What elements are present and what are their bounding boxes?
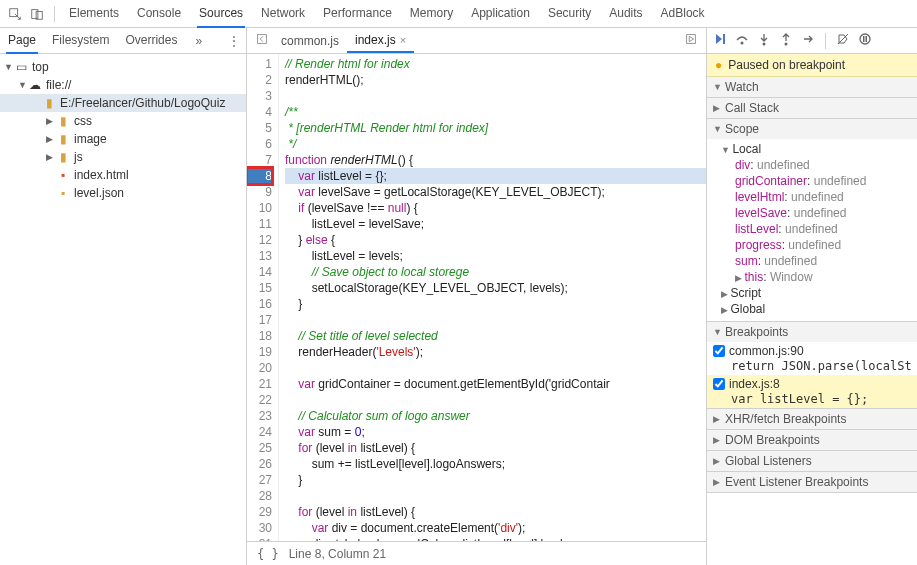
code-editor[interactable]: 1234567891011121314151617181920212223242…	[247, 54, 706, 541]
nav-back-icon[interactable]	[253, 32, 271, 49]
code-line-14[interactable]: // Save object to local storege	[285, 264, 706, 280]
code-line-15[interactable]: setLocalStorage(KEY_LEVEL_OBJECT, levels…	[285, 280, 706, 296]
step-over-icon[interactable]	[735, 32, 749, 49]
code-line-5[interactable]: * [renderHTML Render html for index]	[285, 120, 706, 136]
scope-global[interactable]: ▶ Global	[721, 301, 917, 317]
code-line-12[interactable]: } else {	[285, 232, 706, 248]
editor-tabs: common.jsindex.js ×	[247, 28, 706, 54]
subtab-overrides[interactable]: Overrides	[123, 28, 179, 54]
tree-folder-css[interactable]: ▶▮css	[0, 112, 246, 130]
event-listener-bp-section[interactable]: ▶Event Listener Breakpoints	[707, 472, 917, 492]
code-line-30[interactable]: var div = document.createElement('div');	[285, 520, 706, 536]
breakpoints-section[interactable]: ▼Breakpoints	[707, 322, 917, 342]
scope-var-listLevel[interactable]: listLevel: undefined	[721, 221, 917, 237]
tree-top[interactable]: ▼▭top	[0, 58, 246, 76]
bp-common-js-90[interactable]: common.js:90return JSON.parse(localStora…	[707, 342, 917, 375]
code-line-13[interactable]: listLevel = levels;	[285, 248, 706, 264]
code-line-26[interactable]: sum += listLevel[level].logoAnswers;	[285, 456, 706, 472]
scope-var-div[interactable]: div: undefined	[721, 157, 917, 173]
step-out-icon[interactable]	[779, 32, 793, 49]
bp-checkbox[interactable]	[713, 345, 725, 357]
navigator-menu-icon[interactable]: ⋮	[228, 34, 240, 48]
code-line-19[interactable]: renderHeader('Levels');	[285, 344, 706, 360]
code-line-1[interactable]: // Render html for index	[285, 56, 706, 72]
code-line-4[interactable]: /**	[285, 104, 706, 120]
device-icon[interactable]	[28, 5, 46, 23]
tab-memory[interactable]: Memory	[408, 0, 455, 28]
code-line-11[interactable]: listLevel = levelSave;	[285, 216, 706, 232]
tab-network[interactable]: Network	[259, 0, 307, 28]
svg-rect-5	[723, 34, 725, 44]
step-icon[interactable]	[801, 32, 815, 49]
scope-var-gridContainer[interactable]: gridContainer: undefined	[721, 173, 917, 189]
pause-message: Paused on breakpoint	[728, 58, 845, 72]
code-line-8[interactable]: var listLevel = {};	[285, 168, 706, 184]
code-line-28[interactable]	[285, 488, 706, 504]
code-line-24[interactable]: var sum = 0;	[285, 424, 706, 440]
pause-exceptions-icon[interactable]	[858, 32, 872, 49]
scope-local[interactable]: ▼ Local	[721, 141, 917, 157]
dom-bp-section[interactable]: ▶DOM Breakpoints	[707, 430, 917, 450]
code-line-27[interactable]: }	[285, 472, 706, 488]
editor-tab-common-js[interactable]: common.js	[273, 29, 347, 53]
scope-var-sum[interactable]: sum: undefined	[721, 253, 917, 269]
code-line-2[interactable]: renderHTML();	[285, 72, 706, 88]
code-line-9[interactable]: var levelSave = getLocalStorage(KEY_LEVE…	[285, 184, 706, 200]
tree-file-level-json[interactable]: ▪level.json	[0, 184, 246, 202]
code-line-16[interactable]: }	[285, 296, 706, 312]
resume-icon[interactable]	[713, 32, 727, 49]
watch-section[interactable]: ▼Watch	[707, 77, 917, 97]
scope-var-progress[interactable]: progress: undefined	[721, 237, 917, 253]
more-tabs-icon[interactable]: »	[195, 34, 202, 48]
code-line-18[interactable]: // Set title of level selected	[285, 328, 706, 344]
main-tabs: ElementsConsoleSourcesNetworkPerformance…	[67, 0, 707, 28]
code-line-21[interactable]: var gridContainer = document.getElementB…	[285, 376, 706, 392]
editor-tab-index-js[interactable]: index.js ×	[347, 29, 414, 53]
tree-path[interactable]: ▮E:/Freelancer/Github/LogoQuiz	[0, 94, 246, 112]
subtab-page[interactable]: Page	[6, 28, 38, 54]
bp-index-js-8[interactable]: index.js:8var listLevel = {};	[707, 375, 917, 408]
code-line-25[interactable]: for (level in listLevel) {	[285, 440, 706, 456]
scope-var-this[interactable]: ▶ this: Window	[721, 269, 917, 285]
scope-var-levelHtml[interactable]: levelHtml: undefined	[721, 189, 917, 205]
tab-performance[interactable]: Performance	[321, 0, 394, 28]
tab-elements[interactable]: Elements	[67, 0, 121, 28]
code-line-29[interactable]: for (level in listLevel) {	[285, 504, 706, 520]
code-line-22[interactable]	[285, 392, 706, 408]
pretty-print-icon[interactable]: { }	[257, 547, 279, 561]
scope-section[interactable]: ▼Scope	[707, 119, 917, 139]
tab-security[interactable]: Security	[546, 0, 593, 28]
global-listeners-section[interactable]: ▶Global Listeners	[707, 451, 917, 471]
code-line-17[interactable]	[285, 312, 706, 328]
bp-checkbox[interactable]	[713, 378, 725, 390]
navigator-tabs: PageFilesystemOverrides » ⋮	[0, 28, 246, 54]
code-line-20[interactable]	[285, 360, 706, 376]
svg-point-7	[763, 43, 766, 46]
subtab-filesystem[interactable]: Filesystem	[50, 28, 111, 54]
run-snippet-icon[interactable]	[682, 32, 700, 49]
close-icon[interactable]: ×	[400, 34, 406, 46]
tab-adblock[interactable]: AdBlock	[659, 0, 707, 28]
tree-folder-image[interactable]: ▶▮image	[0, 130, 246, 148]
scope-var-levelSave[interactable]: levelSave: undefined	[721, 205, 917, 221]
tree-folder-js[interactable]: ▶▮js	[0, 148, 246, 166]
inspect-icon[interactable]	[6, 5, 24, 23]
svg-point-6	[741, 42, 744, 45]
code-line-7[interactable]: function renderHTML() {	[285, 152, 706, 168]
xhr-bp-section[interactable]: ▶XHR/fetch Breakpoints	[707, 409, 917, 429]
code-line-3[interactable]	[285, 88, 706, 104]
scope-script[interactable]: ▶ Script	[721, 285, 917, 301]
code-line-6[interactable]: */	[285, 136, 706, 152]
deactivate-bp-icon[interactable]	[836, 32, 850, 49]
code-line-23[interactable]: // Calculator sum of logo answer	[285, 408, 706, 424]
tab-audits[interactable]: Audits	[607, 0, 644, 28]
editor-panel: common.jsindex.js × 12345678910111213141…	[247, 28, 707, 565]
callstack-section[interactable]: ▶Call Stack	[707, 98, 917, 118]
tab-console[interactable]: Console	[135, 0, 183, 28]
tab-sources[interactable]: Sources	[197, 0, 245, 28]
tree-file-index-html[interactable]: ▪index.html	[0, 166, 246, 184]
code-line-10[interactable]: if (levelSave !== null) {	[285, 200, 706, 216]
tab-application[interactable]: Application	[469, 0, 532, 28]
step-into-icon[interactable]	[757, 32, 771, 49]
tree-origin[interactable]: ▼☁file://	[0, 76, 246, 94]
